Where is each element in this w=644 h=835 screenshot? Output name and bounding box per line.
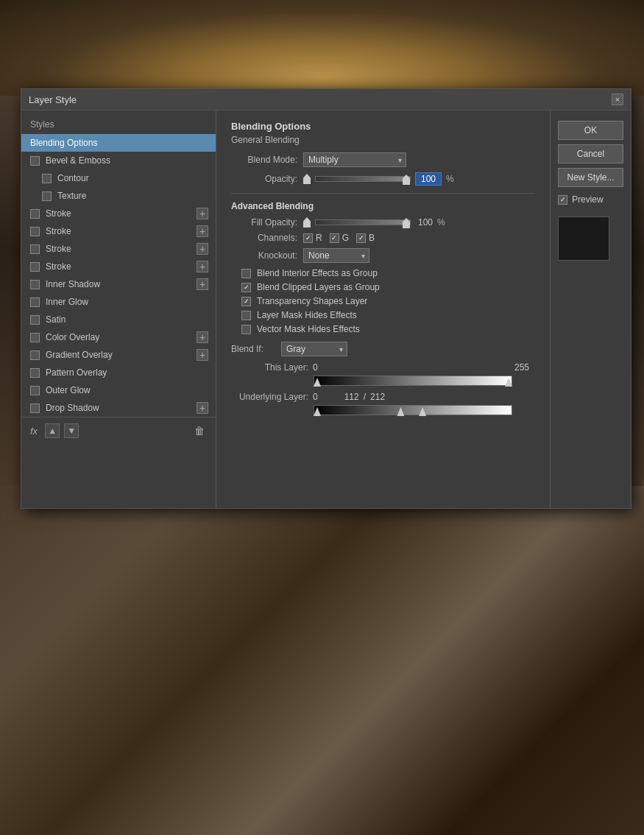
move-up-button[interactable]: ▲ [45, 423, 60, 438]
vector-mask-checkbox[interactable] [241, 325, 251, 334]
right-panel: OK Cancel New Style... Preview [550, 110, 631, 508]
gradient-overlay-checkbox[interactable] [30, 350, 40, 360]
underlying-slash: / [364, 392, 366, 402]
sidebar-item-stroke-4[interactable]: Stroke + [21, 258, 216, 275]
knockout-select[interactable]: None Shallow Deep [303, 248, 369, 263]
inner-glow-checkbox[interactable] [30, 297, 40, 307]
fill-opacity-slider-container: 100 % [303, 217, 445, 228]
bg-top-photo [0, 0, 644, 96]
sidebar-item-inner-glow[interactable]: Inner Glow [21, 293, 216, 311]
blend-if-select[interactable]: Gray Red Green Blue [281, 342, 347, 356]
close-button[interactable]: × [612, 94, 623, 105]
stroke2-plus-button[interactable]: + [197, 225, 208, 237]
main-title: Blending Options [231, 121, 535, 132]
sidebar-item-outer-glow[interactable]: Outer Glow [21, 381, 216, 399]
transparency-shapes-row: Transparency Shapes Layer [231, 296, 535, 306]
sidebar-item-stroke-1[interactable]: Stroke + [21, 205, 216, 222]
opacity-value[interactable]: 100 [415, 172, 442, 186]
general-title: General Blending [231, 135, 535, 145]
underlying-layer-label: Underlying Layer: [231, 392, 308, 402]
blend-mode-select[interactable]: Multiply [303, 152, 406, 167]
fill-opacity-label: Fill Opacity: [231, 217, 297, 228]
channel-r-checkbox[interactable] [303, 233, 313, 243]
stroke1-checkbox[interactable] [30, 209, 40, 219]
knockout-row: Knockout: None Shallow Deep [231, 248, 535, 263]
opacity-slider-track[interactable] [315, 176, 411, 182]
channels-label: Channels: [231, 233, 297, 243]
blending-options-label: Blending Options [30, 138, 97, 148]
cancel-button[interactable]: Cancel [558, 144, 623, 163]
satin-checkbox[interactable] [30, 315, 40, 325]
fill-opacity-thumb-indicator[interactable] [303, 217, 311, 228]
pattern-overlay-checkbox[interactable] [30, 368, 40, 378]
sidebar-item-texture[interactable]: Texture [21, 187, 216, 205]
outer-glow-label: Outer Glow [46, 385, 91, 395]
texture-checkbox[interactable] [42, 191, 52, 201]
blend-interior-checkbox[interactable] [241, 269, 251, 278]
stroke3-plus-button[interactable]: + [197, 243, 208, 255]
this-layer-slider-wrap [314, 376, 512, 386]
channel-g-checkbox[interactable] [330, 233, 339, 243]
bevel-emboss-checkbox[interactable] [30, 156, 40, 166]
preview-checkbox[interactable] [558, 195, 567, 205]
pattern-overlay-label: Pattern Overlay [46, 367, 107, 378]
new-style-button[interactable]: New Style... [558, 168, 623, 187]
stroke1-label: Stroke [46, 208, 71, 219]
sidebar-item-gradient-overlay[interactable]: Gradient Overlay + [21, 346, 216, 364]
sidebar-item-bevel-emboss[interactable]: Bevel & Emboss [21, 152, 216, 169]
opacity-thumb[interactable] [403, 175, 410, 185]
channel-g-label: G [342, 233, 349, 243]
fill-opacity-row: Fill Opacity: 100 % [231, 217, 535, 228]
channels-container: R G B [303, 233, 375, 243]
sidebar-item-satin[interactable]: Satin [21, 311, 216, 328]
opacity-slider-container: 100 % [303, 172, 454, 186]
stroke1-plus-button[interactable]: + [197, 208, 208, 219]
drop-shadow-checkbox[interactable] [30, 404, 40, 413]
channel-r-label: R [316, 233, 322, 243]
stroke2-checkbox[interactable] [30, 227, 40, 236]
blend-if-row: Blend If: Gray Red Green Blue [231, 342, 535, 356]
sidebar-item-drop-shadow[interactable]: Drop Shadow + [21, 399, 216, 417]
vector-mask-label: Vector Mask Hides Effects [257, 324, 360, 334]
this-layer-label: This Layer: [231, 362, 308, 373]
fill-opacity-thumb[interactable] [403, 218, 410, 228]
sidebar-item-stroke-3[interactable]: Stroke + [21, 240, 216, 258]
gradient-overlay-plus-button[interactable]: + [197, 349, 208, 361]
transparency-shapes-checkbox[interactable] [241, 297, 251, 306]
color-swatch[interactable] [558, 216, 609, 261]
stroke4-plus-button[interactable]: + [197, 261, 208, 272]
fill-opacity-slider-track[interactable] [315, 219, 411, 225]
sidebar-item-pattern-overlay[interactable]: Pattern Overlay [21, 364, 216, 381]
this-layer-row: This Layer: 0 255 [231, 362, 535, 373]
drop-shadow-plus-button[interactable]: + [197, 402, 208, 414]
vector-mask-row: Vector Mask Hides Effects [231, 324, 535, 334]
blend-mode-label: Blend Mode: [231, 155, 297, 165]
color-overlay-checkbox[interactable] [30, 333, 40, 342]
sidebar-item-contour[interactable]: Contour [21, 169, 216, 187]
divider-1 [231, 193, 535, 194]
blend-clipped-checkbox[interactable] [241, 283, 251, 292]
opacity-slider-thumb[interactable] [303, 174, 311, 184]
channel-b-checkbox[interactable] [356, 233, 366, 243]
channel-g-item: G [330, 233, 349, 243]
sidebar-item-inner-shadow[interactable]: Inner Shadow + [21, 275, 216, 293]
layer-mask-checkbox[interactable] [241, 311, 251, 320]
sidebar-item-blending-options[interactable]: Blending Options [21, 134, 216, 152]
color-overlay-plus-button[interactable]: + [197, 331, 208, 343]
contour-checkbox[interactable] [42, 174, 52, 183]
outer-glow-checkbox[interactable] [30, 386, 40, 395]
stroke4-checkbox[interactable] [30, 262, 40, 272]
move-down-button[interactable]: ▼ [64, 423, 79, 438]
inner-shadow-checkbox[interactable] [30, 280, 40, 289]
channels-row: Channels: R G B [231, 233, 535, 243]
sidebar-item-color-overlay[interactable]: Color Overlay + [21, 328, 216, 346]
channel-r-item: R [303, 233, 322, 243]
inner-shadow-plus-button[interactable]: + [197, 278, 208, 290]
ok-button[interactable]: OK [558, 121, 623, 140]
stroke3-checkbox[interactable] [30, 244, 40, 254]
delete-button[interactable]: 🗑 [192, 423, 207, 438]
layer-mask-row: Layer Mask Hides Effects [231, 310, 535, 320]
styles-header: Styles [21, 116, 216, 134]
bevel-emboss-label: Bevel & Emboss [46, 155, 110, 166]
sidebar-item-stroke-2[interactable]: Stroke + [21, 222, 216, 240]
